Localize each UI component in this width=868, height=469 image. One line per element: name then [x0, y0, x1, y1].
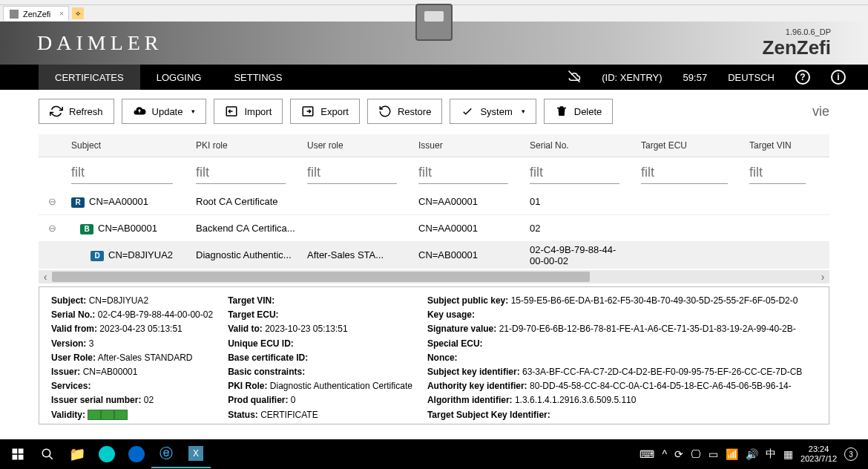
- filter-pki[interactable]: [196, 162, 286, 184]
- new-tab-button[interactable]: ✧: [72, 7, 84, 19]
- filter-issuer[interactable]: [418, 162, 508, 184]
- system-tray: ⌨ ^ ⟳ 🖵 ▭ 📶 🔊 中 ▦ 23:24 2023/7/12 3: [640, 445, 865, 464]
- info-icon[interactable]: i: [831, 70, 846, 85]
- table-h-scrollbar[interactable]: ‹ ›: [39, 270, 829, 283]
- update-button[interactable]: Update: [122, 99, 207, 124]
- keyboard-icon[interactable]: ⌨: [640, 448, 654, 460]
- ime-icon[interactable]: 中: [766, 447, 776, 461]
- cloud-upload-icon: [133, 105, 146, 118]
- import-icon: [225, 105, 238, 118]
- col-header-vin[interactable]: Target VIN: [743, 134, 818, 157]
- daimler-logo: DAIMLER: [37, 31, 163, 55]
- refresh-icon: [50, 105, 63, 118]
- collapse-icon[interactable]: ⊖: [45, 197, 59, 207]
- system-button[interactable]: System: [450, 99, 536, 124]
- filter-user[interactable]: [307, 162, 397, 184]
- app-icon-2[interactable]: [122, 440, 151, 468]
- app-name: ZenZefi: [763, 36, 831, 59]
- table-row[interactable]: ⊖ BCN=AB00001 Backend CA Certifica... CN…: [39, 215, 829, 242]
- id-label: (ID: XENTRY): [602, 72, 662, 83]
- clock[interactable]: 23:24 2023/7/12: [800, 445, 837, 464]
- browser-tab[interactable]: ZenZefi ×: [3, 6, 69, 21]
- cert-type-badge: D: [91, 251, 104, 261]
- volume-icon[interactable]: 🔊: [746, 448, 758, 460]
- export-icon: [301, 105, 315, 118]
- col-header-ecu[interactable]: Target ECU: [635, 134, 743, 157]
- nav-bar: CERTIFICATES LOGGING SETTINGS (ID: XENTR…: [0, 65, 868, 90]
- import-button[interactable]: Import: [214, 99, 283, 124]
- nav-tab-logging[interactable]: LOGGING: [140, 65, 218, 90]
- delete-button[interactable]: Delete: [544, 99, 614, 124]
- tab-close[interactable]: ×: [59, 9, 64, 18]
- svg-rect-5: [13, 455, 18, 460]
- validity-indicator: [88, 410, 128, 420]
- notification-badge[interactable]: 3: [844, 447, 858, 461]
- certificates-table: Subject PKI role User role Issuer Serial…: [39, 134, 829, 283]
- export-button[interactable]: Export: [290, 99, 360, 124]
- nav-tab-certificates[interactable]: CERTIFICATES: [39, 65, 140, 90]
- scroll-thumb[interactable]: [52, 272, 590, 282]
- windows-taskbar: 📁 ⓔ X ⌨ ^ ⟳ 🖵 ▭ 📶 🔊 中 ▦ 23:24 2023/7/12 …: [0, 439, 868, 469]
- filter-serial[interactable]: [530, 162, 619, 184]
- filter-row: [39, 157, 829, 188]
- search-button[interactable]: [33, 440, 62, 468]
- table-row[interactable]: DCN=D8JIYUA2 Diagnostic Authentic... Aft…: [39, 242, 829, 269]
- app-icon-1[interactable]: [92, 440, 122, 468]
- sync-icon[interactable]: ⟳: [674, 448, 683, 460]
- battery-icon[interactable]: ▭: [708, 448, 718, 460]
- view-label: vie: [812, 104, 829, 119]
- wifi-icon[interactable]: 📶: [726, 448, 738, 460]
- col-header-issuer[interactable]: Issuer: [412, 134, 524, 157]
- xentry-icon[interactable]: X: [181, 440, 211, 468]
- detail-panel: Subject: CN=D8JIYUA2 Serial No.: 02-C4-9…: [39, 286, 829, 424]
- cert-type-badge: B: [80, 224, 93, 234]
- table-header-row: Subject PKI role User role Issuer Serial…: [39, 134, 829, 157]
- start-button[interactable]: [3, 440, 33, 468]
- filter-subject[interactable]: [71, 162, 173, 184]
- explorer-icon[interactable]: 📁: [62, 440, 92, 468]
- cert-type-badge: R: [71, 197, 85, 208]
- collapse-icon[interactable]: ⊖: [45, 223, 59, 234]
- version-text: 1.96.0.6_DP: [763, 27, 831, 36]
- svg-line-8: [49, 456, 53, 459]
- restore-button[interactable]: Restore: [367, 99, 443, 124]
- help-icon[interactable]: ?: [795, 70, 810, 85]
- svg-rect-6: [19, 455, 24, 460]
- col-header-subject[interactable]: Subject: [65, 134, 190, 157]
- scroll-right-icon[interactable]: ›: [816, 270, 829, 283]
- cloud-off-icon: [568, 70, 581, 85]
- ie-icon[interactable]: ⓔ: [151, 440, 181, 468]
- svg-point-7: [42, 449, 50, 457]
- svg-rect-3: [13, 449, 18, 454]
- scroll-left-icon[interactable]: ‹: [39, 270, 52, 283]
- svg-rect-4: [19, 449, 24, 454]
- check-icon: [461, 105, 474, 118]
- toolbar: Refresh Update Import Export Restore Sys…: [39, 99, 829, 124]
- col-header-serial[interactable]: Serial No.: [524, 134, 635, 157]
- display-icon[interactable]: 🖵: [691, 448, 701, 460]
- trash-icon: [555, 105, 568, 118]
- col-header-user[interactable]: User role: [301, 134, 412, 157]
- nav-tab-settings[interactable]: SETTINGS: [217, 65, 298, 90]
- tab-favicon: [10, 10, 19, 19]
- table-row[interactable]: ⊖ RCN=AA00001 Root CA Certificate CN=AA0…: [39, 188, 829, 215]
- col-header-pki[interactable]: PKI role: [190, 134, 301, 157]
- lang-toggle[interactable]: DEUTSCH: [728, 72, 775, 83]
- device-icon: [415, 4, 453, 41]
- refresh-button[interactable]: Refresh: [39, 99, 114, 124]
- restore-icon: [378, 105, 392, 118]
- action-center-icon[interactable]: ▦: [783, 448, 793, 460]
- tab-title: ZenZefi: [23, 10, 50, 19]
- session-time: 59:57: [683, 72, 708, 83]
- filter-ecu[interactable]: [641, 162, 728, 184]
- filter-vin[interactable]: [749, 162, 806, 184]
- tray-chevron-icon[interactable]: ^: [662, 448, 667, 460]
- header-banner: DAIMLER 1.96.0.6_DP ZenZefi: [0, 22, 868, 65]
